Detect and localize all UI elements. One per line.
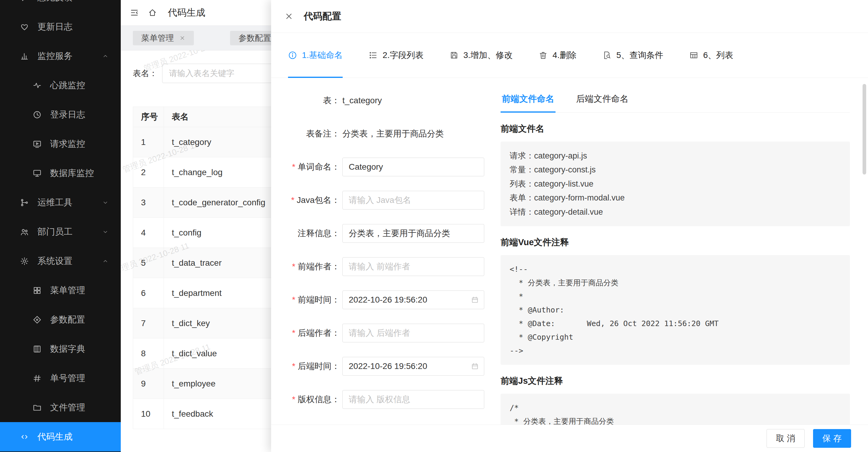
row-index-cell: 5	[133, 248, 164, 278]
step-label: 4.删除	[553, 50, 576, 61]
panel-tab-1[interactable]: 前端文件命名	[501, 91, 556, 112]
section-box: 请求：category-api.js常量：category-const.js列表…	[501, 142, 850, 226]
menu-manage-icon	[32, 286, 42, 295]
row-index-cell: 1	[133, 127, 164, 157]
row-index-cell: 10	[133, 399, 164, 429]
form-field-row-1: 单词命名：	[283, 158, 486, 176]
info-circle-icon	[288, 51, 297, 60]
field-list-icon	[369, 51, 378, 60]
sidebar-item-label: 文件管理	[50, 401, 85, 414]
settings-icon	[19, 257, 30, 266]
sidebar-item-label: 登录日志	[50, 109, 85, 121]
row-index-cell: 9	[133, 369, 164, 399]
page-tab-label: 菜单管理	[141, 33, 174, 43]
sidebar-item-9[interactable]: 部门员工	[0, 217, 121, 246]
section-box: /* * 分类表，主要用于商品分类 * * @Author:	[501, 394, 850, 424]
request-monitor-icon	[32, 140, 42, 149]
section-title: 前端Js文件注释	[501, 375, 850, 387]
sidebar-item-13[interactable]: 数据字典	[0, 334, 121, 364]
row-index-cell: 2	[133, 157, 164, 187]
row-index-cell: 7	[133, 308, 164, 338]
form-input-7[interactable]	[342, 357, 484, 375]
sidebar-item-label: 菜单管理	[50, 284, 85, 297]
scrollbar-thumb[interactable]	[863, 84, 866, 175]
code-line: * @Copyright	[509, 330, 841, 344]
sidebar-item-7[interactable]: 数据库监控	[0, 158, 121, 188]
step-tab-2[interactable]: 2.字段列表	[369, 33, 423, 78]
panel-tab-2[interactable]: 后端文件命名	[575, 91, 630, 112]
form-static-value: 分类表，主要用于商品分类	[342, 128, 444, 140]
sidebar-item-label: 运维工具	[37, 197, 72, 209]
form-input-1[interactable]	[342, 158, 484, 176]
sidebar-item-5[interactable]: 登录日志	[0, 100, 121, 129]
sidebar-item-15[interactable]: 文件管理	[0, 393, 121, 422]
param-config-icon	[32, 315, 42, 324]
step-tab-1[interactable]: 1.基础命名	[288, 33, 343, 78]
form-field-row-4: 前端作者：	[283, 257, 486, 276]
form-field-row-6: 后端作者：	[283, 324, 486, 342]
menu-fold-icon[interactable]	[130, 8, 139, 17]
code-line: 请求：category-api.js	[509, 149, 841, 163]
changelog-icon	[19, 22, 30, 31]
chevron-down-icon	[102, 199, 109, 206]
form-input-5[interactable]	[342, 291, 484, 309]
calendar-icon[interactable]	[471, 362, 479, 370]
sidebar-item-label: 数据字典	[50, 343, 85, 355]
form-input-4[interactable]	[342, 257, 484, 276]
code-line: 详情：category-detail.vue	[509, 205, 841, 219]
sidebar-item-1[interactable]: 意见反馈	[0, 0, 121, 12]
delete-icon	[538, 51, 548, 60]
step-tab-5[interactable]: 5、查询条件	[602, 33, 663, 78]
panel-sections: 前端文件名请求：category-api.js常量：category-const…	[501, 123, 850, 424]
chevron-down-icon	[102, 229, 109, 235]
form-input-8[interactable]	[342, 390, 484, 409]
sidebar-item-2[interactable]: 更新日志	[0, 12, 121, 41]
feedback-icon	[19, 0, 30, 2]
basic-naming-form: 表：t_category表备注：分类表，主要用于商品分类单词命名：Java包名：…	[283, 91, 486, 424]
sidebar-item-8[interactable]: 运维工具	[0, 188, 121, 217]
step-tab-3[interactable]: 3.增加、修改	[450, 33, 513, 78]
sidebar-menu: 意见反馈更新日志监控服务心跳监控登录日志请求监控数据库监控运维工具部门员工系统设…	[0, 0, 121, 451]
serial-number-icon	[32, 374, 42, 383]
form-label: 版权信息：	[283, 394, 340, 405]
calendar-icon[interactable]	[471, 296, 479, 304]
form-label: 前端作者：	[283, 261, 340, 272]
step-tab-6[interactable]: 6、列表	[689, 33, 733, 78]
step-label: 2.字段列表	[382, 50, 423, 61]
form-field-row-7: 后端时间：	[283, 357, 486, 375]
sidebar-item-label: 意见反馈	[37, 0, 72, 4]
form-input-3[interactable]	[342, 224, 484, 243]
db-monitor-icon	[32, 169, 42, 178]
file-naming-panel: 前端文件命名后端文件命名 前端文件名请求：category-api.js常量：c…	[501, 91, 850, 424]
form-label: 后端作者：	[283, 327, 340, 339]
page-tab-label: 参数配置	[239, 33, 271, 43]
drawer-footer: 取 消 保 存	[271, 424, 868, 452]
code-line: /*	[509, 401, 841, 415]
code-line: *	[509, 290, 841, 303]
form-input-2[interactable]	[342, 191, 484, 210]
cancel-button[interactable]: 取 消	[767, 429, 805, 448]
drawer-title: 代码配置	[304, 10, 341, 23]
page-tab-1[interactable]: 菜单管理	[133, 31, 194, 45]
sidebar-item-14[interactable]: 单号管理	[0, 364, 121, 393]
sidebar-item-10[interactable]: 系统设置	[0, 246, 121, 276]
form-label: 前端时间：	[283, 294, 340, 306]
table-grid-icon	[689, 51, 698, 60]
save-icon	[450, 51, 459, 60]
tab-close-icon[interactable]	[179, 35, 185, 41]
sidebar-item-3[interactable]: 监控服务	[0, 41, 121, 71]
step-tab-4[interactable]: 4.删除	[538, 33, 576, 78]
sidebar-item-4[interactable]: 心跳监控	[0, 71, 121, 100]
save-button[interactable]: 保 存	[813, 429, 851, 448]
sidebar-item-11[interactable]: 菜单管理	[0, 276, 121, 305]
form-input-6[interactable]	[342, 324, 484, 342]
sidebar-item-6[interactable]: 请求监控	[0, 129, 121, 158]
sidebar-item-label: 数据库监控	[50, 167, 94, 179]
sidebar-item-label: 单号管理	[50, 372, 85, 384]
close-icon[interactable]	[284, 12, 293, 21]
sidebar-item-16[interactable]: 代码生成	[0, 422, 121, 451]
home-icon[interactable]	[148, 8, 157, 17]
steps-bar: 1.基础命名2.字段列表3.增加、修改4.删除5、查询条件6、列表	[271, 33, 868, 78]
code-line: 列表：category-list.vue	[509, 177, 841, 191]
sidebar-item-12[interactable]: 参数配置	[0, 305, 121, 334]
